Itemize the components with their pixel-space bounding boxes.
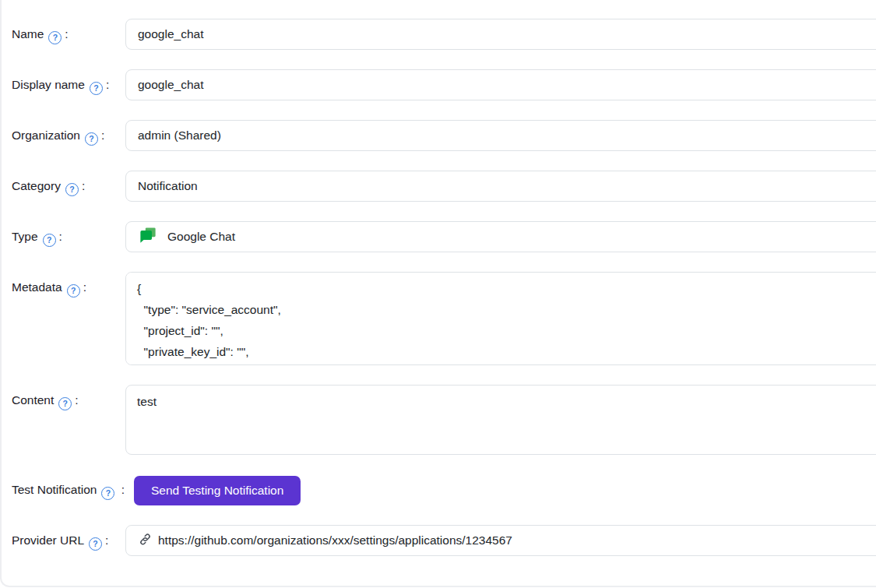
link-icon (139, 533, 152, 549)
label-colon: : (83, 280, 86, 294)
label-colon: : (101, 129, 104, 142)
form-row-category: Category?: (12, 171, 876, 202)
organization-input[interactable] (125, 120, 876, 151)
form-row-display-name: Display name?: (12, 69, 876, 100)
notification-channel-form: Name?: Display name?: Organization?: Cat… (0, 0, 876, 587)
content-label-text: Content (12, 393, 54, 407)
type-select[interactable]: Google Chat (125, 221, 876, 252)
organization-label: Organization?: (12, 125, 125, 146)
form-row-provider-url: Provider URL?: https://github.com/organi… (12, 525, 876, 556)
display-name-label: Display name?: (12, 74, 125, 96)
type-label: Type?: (12, 226, 125, 248)
name-label-text: Name (12, 27, 44, 40)
organization-label-text: Organization (12, 129, 80, 142)
display-name-input[interactable] (125, 69, 876, 100)
test-notification-label-text: Test Notification (12, 483, 97, 496)
provider-url-input[interactable]: https://github.com/organizations/xxx/set… (125, 525, 876, 556)
type-label-text: Type (12, 230, 38, 243)
name-input[interactable] (125, 19, 876, 50)
label-colon: : (105, 533, 108, 547)
metadata-label-text: Metadata (12, 280, 62, 294)
help-icon[interactable]: ? (65, 183, 79, 196)
help-icon[interactable]: ? (48, 31, 62, 44)
label-colon: : (65, 27, 68, 40)
provider-url-label: Provider URL?: (12, 530, 125, 551)
help-icon[interactable]: ? (58, 397, 72, 410)
form-row-content: Content?: test (12, 385, 876, 455)
form-row-metadata: Metadata?: { "type": "service_account", … (12, 272, 876, 365)
label-colon: : (75, 393, 78, 407)
metadata-label: Metadata?: (12, 276, 125, 298)
form-row-name: Name?: (12, 19, 876, 50)
label-colon: : (59, 230, 62, 243)
category-label: Category?: (12, 175, 125, 197)
content-textarea[interactable]: test (125, 385, 876, 455)
help-icon[interactable]: ? (85, 132, 98, 146)
content-label: Content?: (12, 389, 125, 411)
help-icon[interactable]: ? (67, 284, 80, 298)
provider-url-value[interactable]: https://github.com/organizations/xxx/set… (158, 533, 512, 548)
provider-url-label-text: Provider URL (12, 533, 84, 547)
label-colon: : (82, 179, 85, 192)
form-row-type: Type?: Google Chat (12, 221, 876, 252)
help-icon[interactable]: ? (90, 82, 103, 95)
metadata-textarea[interactable]: { "type": "service_account", "project_id… (125, 272, 876, 365)
label-colon: : (106, 78, 109, 91)
help-icon[interactable]: ? (43, 234, 56, 247)
test-notification-label: Test Notification? : (12, 479, 125, 501)
type-value: Google Chat (167, 230, 235, 244)
google-chat-icon (139, 227, 157, 247)
send-testing-notification-button[interactable]: Send Testing Notification (134, 476, 301, 505)
category-input[interactable] (125, 171, 876, 202)
form-row-organization: Organization?: (12, 120, 876, 151)
category-label-text: Category (12, 179, 61, 192)
display-name-label-text: Display name (12, 78, 85, 91)
label-colon: : (121, 483, 125, 496)
help-icon[interactable]: ? (101, 487, 114, 500)
name-label: Name?: (12, 23, 125, 45)
form-row-test-notification: Test Notification? : Send Testing Notifi… (12, 474, 876, 505)
help-icon[interactable]: ? (89, 537, 102, 551)
